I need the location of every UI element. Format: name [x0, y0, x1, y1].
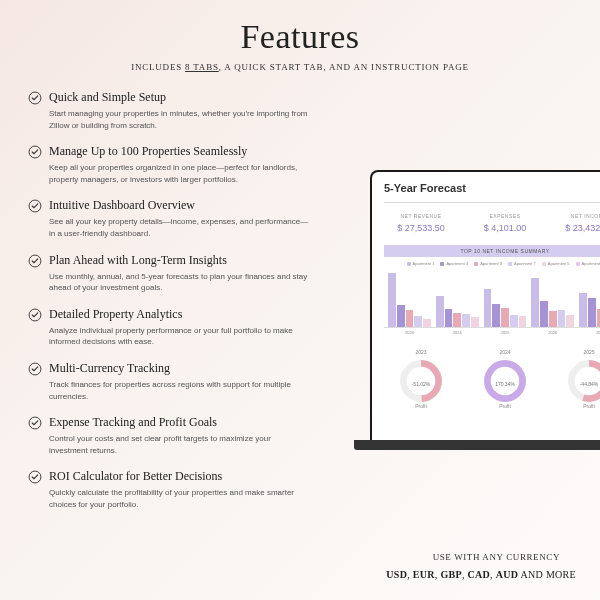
feature-item: Expense Tracking and Profit Goals Contro…	[28, 415, 338, 456]
kpi-value: $ 27,533.50	[384, 223, 458, 233]
bar	[492, 304, 500, 327]
feature-item: Manage Up to 100 Properties Seamlessly K…	[28, 144, 338, 185]
legend-item: Apartment 5	[542, 261, 570, 266]
feature-item: Quick and Simple Setup Start managing yo…	[28, 90, 338, 131]
kpi-card: NET INCOME $ 23,432.50	[552, 213, 600, 233]
footer-line-1: USE WITH ANY CURRENCY	[433, 552, 560, 562]
doughnut-pct: 170.34%	[483, 381, 527, 387]
doughnut-year: 2024	[483, 349, 527, 355]
bar	[549, 311, 557, 327]
doughnut-label: Profit	[483, 403, 527, 409]
checkmark-icon	[28, 416, 42, 430]
bar	[462, 314, 470, 327]
dashboard-screen: 5-Year Forecast NET REVENUE $ 27,533.50 …	[370, 170, 600, 440]
kpi-value: $ 23,432.50	[552, 223, 600, 233]
bar	[519, 316, 527, 327]
feature-item: Detailed Property Analytics Analyze indi…	[28, 307, 338, 348]
bar	[423, 319, 431, 327]
kpi-label: NET INCOME	[552, 213, 600, 219]
bar-group	[484, 289, 527, 327]
legend-item: Apartment 7	[508, 261, 536, 266]
bar	[558, 310, 566, 327]
feature-title: Multi-Currency Tracking	[49, 361, 170, 376]
doughnut-chart: 2023 -51.02% Profit	[399, 349, 443, 409]
legend-item: Apartment 1	[407, 261, 435, 266]
bar	[414, 316, 422, 327]
feature-description: Use monthly, annual, and 5-year forecast…	[49, 271, 309, 294]
footer-line-2: USD, EUR, GBP, CAD, AUD AND MORE	[386, 569, 576, 580]
feature-description: Quickly calculate the profitability of y…	[49, 487, 309, 510]
feature-description: Keep all your properties organized in on…	[49, 162, 309, 185]
bar	[453, 313, 461, 327]
bar	[501, 308, 509, 327]
feature-list: Quick and Simple Setup Start managing yo…	[28, 90, 338, 511]
dashboard-title: 5-Year Forecast	[384, 182, 600, 194]
feature-description: Start managing your properties in minute…	[49, 108, 309, 131]
subtitle: INCLUDES 8 TABS, A QUICK START TAB, AND …	[28, 62, 572, 72]
feature-title: Quick and Simple Setup	[49, 90, 166, 105]
bar-group	[436, 296, 479, 327]
feature-description: Control your costs and set clear profit …	[49, 433, 309, 456]
bar	[445, 309, 453, 327]
doughnut-year: 2023	[399, 349, 443, 355]
doughnut-label: Profit	[567, 403, 600, 409]
feature-description: See all your key property details—income…	[49, 216, 309, 239]
doughnut-pct: -44.84%	[567, 381, 600, 387]
feature-title: Detailed Property Analytics	[49, 307, 182, 322]
year-label: 2023	[388, 330, 431, 335]
bar	[397, 305, 405, 327]
kpi-row: NET REVENUE $ 27,533.50 EXPENSES $ 4,101…	[384, 213, 600, 233]
feature-item: Intuitive Dashboard Overview See all you…	[28, 198, 338, 239]
kpi-label: NET REVENUE	[384, 213, 458, 219]
bar-x-axis: 20232024202520262027	[384, 328, 600, 335]
year-label: 2025	[484, 330, 527, 335]
doughnut-row: 2023 -51.02% Profit 2024 170.34% Profit …	[384, 349, 600, 409]
bar	[406, 310, 414, 327]
year-label: 2024	[436, 330, 479, 335]
bar	[588, 298, 596, 327]
feature-description: Track finances for properties across reg…	[49, 379, 309, 402]
year-label: 2027	[579, 330, 600, 335]
legend-item: Apartment 3	[474, 261, 502, 266]
bar	[484, 289, 492, 327]
bar	[471, 317, 479, 327]
feature-item: Plan Ahead with Long-Term Insights Use m…	[28, 253, 338, 294]
doughnut-chart: 2025 -44.84% Profit	[567, 349, 600, 409]
bar	[510, 315, 518, 327]
feature-title: Expense Tracking and Profit Goals	[49, 415, 217, 430]
feature-title: Intuitive Dashboard Overview	[49, 198, 195, 213]
checkmark-icon	[28, 91, 42, 105]
chart-legend: Apartment 1Apartment 4Apartment 3Apartme…	[384, 261, 600, 266]
kpi-value: $ 4,101.00	[468, 223, 542, 233]
feature-item: ROI Calculator for Better Decisions Quic…	[28, 469, 338, 510]
bar-group	[531, 278, 574, 327]
laptop-base	[354, 440, 600, 450]
legend-item: Apartment 8	[576, 261, 600, 266]
bar	[566, 315, 574, 327]
feature-title: Plan Ahead with Long-Term Insights	[49, 253, 227, 268]
bar	[388, 273, 396, 327]
doughnut-chart: 2024 170.34% Profit	[483, 349, 527, 409]
kpi-card: EXPENSES $ 4,101.00	[468, 213, 542, 233]
bar	[540, 301, 548, 327]
checkmark-icon	[28, 145, 42, 159]
laptop-mockup: 5-Year Forecast NET REVENUE $ 27,533.50 …	[370, 170, 600, 450]
feature-title: ROI Calculator for Better Decisions	[49, 469, 222, 484]
doughnut-pct: -51.02%	[399, 381, 443, 387]
year-label: 2026	[531, 330, 574, 335]
checkmark-icon	[28, 254, 42, 268]
bar	[579, 293, 587, 327]
checkmark-icon	[28, 470, 42, 484]
bar-group	[579, 293, 600, 327]
page-title: Features	[28, 18, 572, 56]
bar	[531, 278, 539, 327]
doughnut-year: 2025	[567, 349, 600, 355]
bar-chart	[384, 272, 600, 328]
checkmark-icon	[28, 362, 42, 376]
feature-description: Analyze individual property performance …	[49, 325, 309, 348]
checkmark-icon	[28, 308, 42, 322]
kpi-label: EXPENSES	[468, 213, 542, 219]
bar-group	[388, 273, 431, 327]
feature-item: Multi-Currency Tracking Track finances f…	[28, 361, 338, 402]
kpi-card: NET REVENUE $ 27,533.50	[384, 213, 458, 233]
